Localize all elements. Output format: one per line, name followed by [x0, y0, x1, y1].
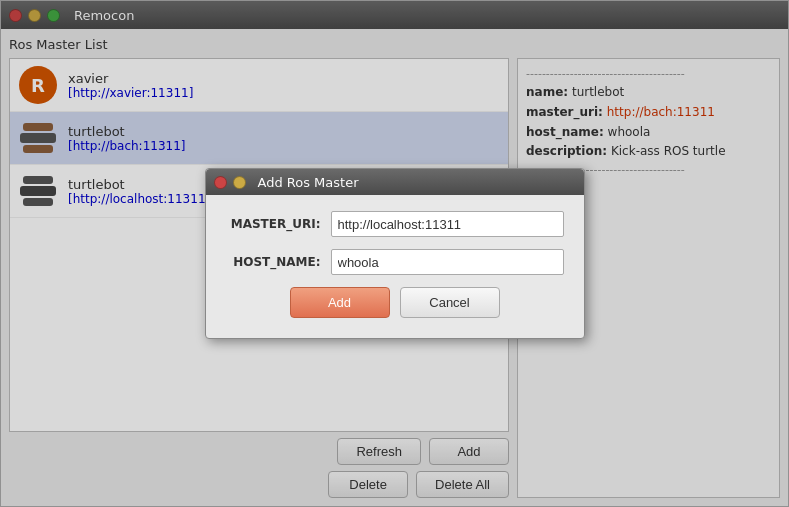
dialog-add-button[interactable]: Add — [290, 287, 390, 318]
dialog-body: MASTER_URI: HOST_NAME: Add Cancel — [206, 195, 584, 338]
dialog-title: Add Ros Master — [258, 175, 359, 190]
dialog-minimize-button[interactable] — [233, 176, 246, 189]
modal-overlay: Add Ros Master MASTER_URI: HOST_NAME: Ad… — [0, 0, 789, 507]
dialog-close-button[interactable] — [214, 176, 227, 189]
dialog-title-bar: Add Ros Master — [206, 169, 584, 195]
host-name-label: HOST_NAME: — [226, 255, 321, 269]
add-ros-master-dialog: Add Ros Master MASTER_URI: HOST_NAME: Ad… — [205, 168, 585, 339]
host-name-row: HOST_NAME: — [226, 249, 564, 275]
host-name-input[interactable] — [331, 249, 564, 275]
dialog-cancel-button[interactable]: Cancel — [400, 287, 500, 318]
master-uri-label: MASTER_URI: — [226, 217, 321, 231]
master-uri-row: MASTER_URI: — [226, 211, 564, 237]
master-uri-input[interactable] — [331, 211, 564, 237]
dialog-buttons: Add Cancel — [226, 287, 564, 322]
